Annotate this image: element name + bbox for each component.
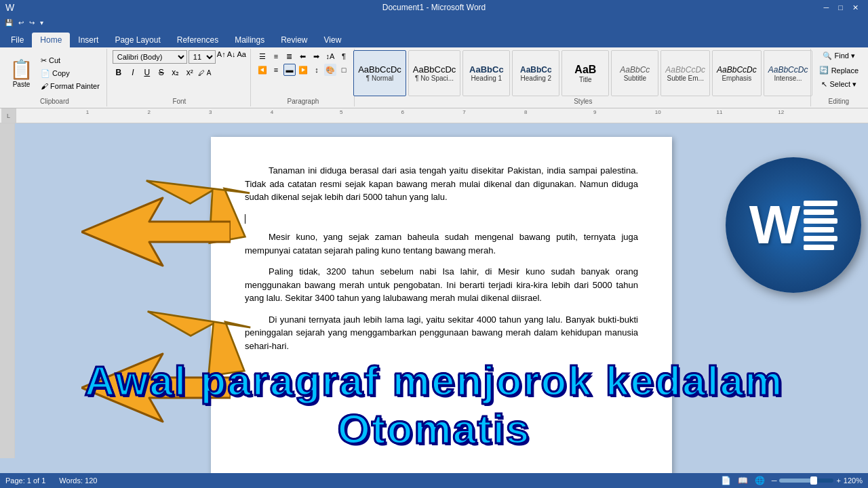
underline-button[interactable]: U xyxy=(141,66,153,79)
title-bar: W Document1 - Microsoft Word ─ □ ✕ xyxy=(0,0,868,15)
cut-button[interactable]: ✂ Cut xyxy=(38,55,102,66)
word-logo-inner: W xyxy=(749,198,838,252)
align-left-button[interactable]: ◀️ xyxy=(256,64,269,76)
arrow-bottom xyxy=(81,347,231,431)
font-size-select[interactable]: 11 xyxy=(189,50,216,64)
increase-indent-button[interactable]: ➡ xyxy=(311,50,323,62)
replace-button[interactable]: 🔄 Replace xyxy=(816,64,861,76)
style-heading1[interactable]: AaBbCc Heading 1 xyxy=(462,50,510,96)
sort-button[interactable]: ↕A xyxy=(324,50,336,62)
bullets-button[interactable]: ☰ xyxy=(256,50,269,62)
subscript-button[interactable]: x₂ xyxy=(170,66,182,79)
style-subtle-em[interactable]: AaBbCcDc Subtle Em... xyxy=(660,50,710,96)
style-title[interactable]: AaB Title xyxy=(561,50,609,96)
paragraph-3: Paling tidak, 3200 tahun sebelum nabi Is… xyxy=(245,265,638,305)
font-family-select[interactable]: Calibri (Body) xyxy=(113,50,187,64)
ruler-mark: 5 xyxy=(340,109,342,115)
tab-home[interactable]: Home xyxy=(32,33,70,47)
save-quick-button[interactable]: 💾 xyxy=(3,18,15,27)
text-highlight-button[interactable]: 🖊 xyxy=(198,69,205,77)
borders-button[interactable]: □ xyxy=(338,64,350,76)
tab-view[interactable]: View xyxy=(316,33,350,47)
layout-view-button[interactable]: 📄 xyxy=(721,476,731,485)
font-row-1: Calibri (Body) 11 A↑ A↓ Aa xyxy=(113,50,246,64)
superscript-button[interactable]: x² xyxy=(184,66,196,79)
shrink-font-button[interactable]: A↓ xyxy=(227,50,236,64)
document-page[interactable]: Tanaman ini diduga berasal dari asia ten… xyxy=(211,137,672,473)
clipboard-content: 📋 Paste ✂ Cut 📄 Copy 🖌 Format Painter xyxy=(7,50,102,96)
zoom-controls: ─ + 120% xyxy=(772,476,863,485)
zoom-in-button[interactable]: + xyxy=(836,476,840,485)
find-button[interactable]: 🔍 Find ▾ xyxy=(820,50,858,62)
word-lines xyxy=(804,201,837,250)
clipboard-group: 📋 Paste ✂ Cut 📄 Copy 🖌 Format Painter Cl… xyxy=(3,49,107,106)
clear-format-button[interactable]: Aa xyxy=(237,50,246,64)
style-heading2[interactable]: AaBbCc Heading 2 xyxy=(512,50,559,96)
zoom-level: 120% xyxy=(844,476,863,485)
close-button[interactable]: ✕ xyxy=(848,3,863,12)
zoom-out-button[interactable]: ─ xyxy=(772,476,777,485)
bold-button[interactable]: B xyxy=(113,66,125,79)
editing-label: Editing xyxy=(829,96,850,105)
ruler-mark: 6 xyxy=(401,109,404,115)
page-info: Page: 1 of 1 xyxy=(5,476,45,485)
ribbon-tabs: File Home Insert Page Layout References … xyxy=(0,30,868,47)
select-button[interactable]: ↖ Select ▾ xyxy=(818,79,860,90)
paragraph-label: Paragraph xyxy=(288,96,319,105)
tab-mailings[interactable]: Mailings xyxy=(226,33,273,47)
decrease-indent-button[interactable]: ⬅ xyxy=(297,50,309,62)
copy-button[interactable]: 📄 Copy xyxy=(38,68,102,79)
style-normal[interactable]: AaBbCcDc ¶ Normal xyxy=(353,50,406,96)
customize-quick-access[interactable]: ▾ xyxy=(38,18,45,27)
style-emphasis[interactable]: AaBbCcDc Emphasis xyxy=(712,50,762,96)
multilevel-list-button[interactable]: ≣ xyxy=(283,50,296,62)
justify-button[interactable]: ▬ xyxy=(283,64,296,76)
redo-button[interactable]: ↪ xyxy=(27,18,37,27)
grow-font-button[interactable]: A↑ xyxy=(217,50,226,64)
tab-page-layout[interactable]: Page Layout xyxy=(106,33,168,47)
word-icon-small: W xyxy=(5,2,14,13)
read-view-button[interactable]: 📖 xyxy=(738,476,748,485)
tab-references[interactable]: References xyxy=(169,33,226,47)
ruler-content: 1 2 3 4 5 6 7 8 9 10 11 12 xyxy=(16,115,867,116)
ruler-mark: 4 xyxy=(271,109,273,115)
word-line-1 xyxy=(804,201,837,206)
style-intense[interactable]: AaBbCcDc Intense... xyxy=(764,50,813,96)
web-view-button[interactable]: 🌐 xyxy=(755,476,765,485)
font-label: Font xyxy=(172,96,186,105)
italic-button[interactable]: I xyxy=(127,66,139,79)
maximize-button[interactable]: □ xyxy=(834,3,847,12)
paste-button[interactable]: 📋 Paste xyxy=(7,57,36,89)
ruler-corner: L xyxy=(1,108,16,123)
editing-content: 🔍 Find ▾ 🔄 Replace ↖ Select ▾ xyxy=(816,50,861,96)
editing-group: 🔍 Find ▾ 🔄 Replace ↖ Select ▾ Editing xyxy=(812,49,865,106)
ruler: L 1 2 3 4 5 6 7 8 9 10 11 12 xyxy=(0,108,868,123)
shading-button[interactable]: 🎨 xyxy=(324,64,336,76)
word-line-4 xyxy=(804,227,834,232)
status-right: 📄 📖 🌐 ─ + 120% xyxy=(721,476,863,485)
zoom-slider[interactable] xyxy=(779,479,833,483)
minimize-button[interactable]: ─ xyxy=(820,3,833,12)
ruler-mark: 12 xyxy=(778,109,784,115)
show-formatting-button[interactable]: ¶ xyxy=(338,50,350,62)
tab-file[interactable]: File xyxy=(3,33,32,47)
style-subtitle[interactable]: AaBbCc Subtitle xyxy=(611,50,658,96)
style-no-spacing[interactable]: AaBbCcDc ¶ No Spaci... xyxy=(408,50,461,96)
font-color-button[interactable]: A xyxy=(207,69,212,77)
ruler-mark: 1 xyxy=(86,109,89,115)
ruler-mark: 3 xyxy=(209,109,212,115)
arrow-top xyxy=(81,191,231,275)
line-spacing-button[interactable]: ↕ xyxy=(311,64,323,76)
align-right-button[interactable]: ▶️ xyxy=(297,64,309,76)
find-icon: 🔍 xyxy=(823,52,832,60)
numbering-button[interactable]: ≡ xyxy=(270,50,282,62)
align-center-button[interactable]: ≡ xyxy=(270,64,282,76)
undo-button[interactable]: ↩ xyxy=(16,18,26,27)
strikethrough-button[interactable]: S xyxy=(155,66,167,79)
title-bar-controls[interactable]: ─ □ ✕ xyxy=(820,3,863,12)
tab-review[interactable]: Review xyxy=(273,33,315,47)
tab-insert[interactable]: Insert xyxy=(70,33,106,47)
zoom-thumb[interactable] xyxy=(810,476,817,485)
replace-icon: 🔄 xyxy=(819,66,829,75)
format-painter-button[interactable]: 🖌 Format Painter xyxy=(38,81,102,92)
